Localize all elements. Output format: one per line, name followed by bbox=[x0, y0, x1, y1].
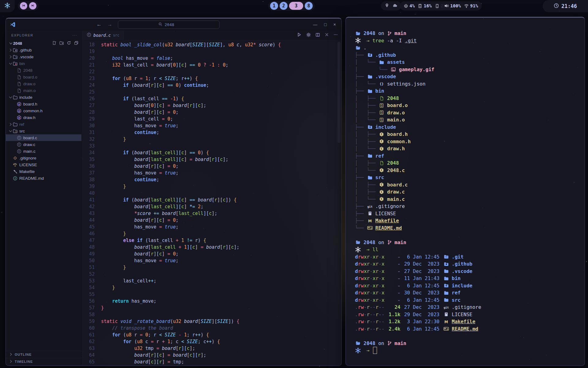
workspace-1[interactable]: 1 bbox=[270, 2, 278, 10]
code-line-54: 54 } bbox=[82, 284, 341, 291]
code-line-25: 25 bbox=[82, 89, 341, 95]
explorer-item-readme-md[interactable]: README.md bbox=[6, 175, 81, 182]
explorer-item-common-h[interactable]: Hcommon.h bbox=[6, 107, 81, 114]
explorer-item-bin[interactable]: bin bbox=[6, 60, 81, 67]
explorer-item-license[interactable]: LICENSE bbox=[6, 161, 81, 168]
root-folder-label: 2048 bbox=[13, 41, 22, 46]
circle-c-icon: C bbox=[17, 136, 21, 140]
file-label: draw.h bbox=[23, 115, 36, 120]
window-maximize-button[interactable]: □ bbox=[324, 22, 326, 27]
audio-network-widget[interactable]: 100% 91% bbox=[440, 1, 482, 10]
code-editor[interactable]: 18static bool _slide_col(u32 board[SIZE]… bbox=[82, 40, 341, 365]
tree-entry-draw-c: │ ├── Cdraw.c bbox=[355, 188, 585, 196]
timeline-section[interactable]: TIMELINE bbox=[6, 358, 81, 365]
code-text: for (u8 c = r + 1; c < SIZE; c++) { bbox=[101, 338, 220, 345]
explorer-item-board-h[interactable]: Hboard.h bbox=[6, 101, 81, 107]
explorer-item-makefile[interactable]: Makefile bbox=[6, 168, 81, 175]
line-number: 50 bbox=[82, 257, 95, 264]
run-button[interactable] bbox=[297, 32, 302, 38]
file-label: draw.c bbox=[23, 142, 35, 147]
command-center-search[interactable] bbox=[118, 21, 220, 29]
code-text: } bbox=[101, 136, 126, 143]
tree-entry-common-h: │ ├── Ccommon.h bbox=[355, 138, 585, 145]
tab-board-c[interactable]: C board.c src bbox=[82, 31, 124, 40]
explorer-item-ref[interactable]: ref bbox=[6, 121, 81, 128]
listing-row-include: drwxr-xr-x- 6 Jan 12:45include bbox=[355, 282, 585, 289]
explorer-item-main-o[interactable]: main.o bbox=[6, 87, 81, 94]
folder-open-blue-icon bbox=[355, 45, 361, 50]
split-editor-button[interactable] bbox=[315, 33, 320, 38]
explorer-more-button[interactable]: ··· bbox=[73, 33, 77, 37]
vscode-titlebar[interactable]: ← → — □ × bbox=[6, 18, 341, 31]
line-number: 27 bbox=[82, 102, 95, 109]
search-input[interactable] bbox=[164, 22, 179, 27]
terminal-window[interactable]: 2048 on main → tree -a -I .git.├── .gith… bbox=[345, 17, 585, 366]
explorer-item-board-o[interactable]: board.o bbox=[6, 74, 81, 80]
editor-more-actions-button[interactable] bbox=[334, 33, 338, 38]
workspace-2[interactable]: 2 bbox=[280, 2, 288, 10]
explorer-item--gitignore[interactable]: .gitignore bbox=[6, 155, 81, 161]
tree-entry-2048: │ ├── 2048 bbox=[355, 159, 585, 167]
binary-icon: 0110 bbox=[379, 103, 385, 108]
tree-entry-label: common.h bbox=[387, 139, 411, 144]
code-text: } bbox=[101, 305, 104, 311]
explorer-item-draw-h[interactable]: Hdraw.h bbox=[6, 114, 81, 121]
tree-entry-board-h: │ ├── Cboard.h bbox=[355, 131, 585, 138]
code-text: board[r][c] = 0; bbox=[101, 109, 179, 116]
nav-forward-button[interactable]: → bbox=[107, 21, 112, 28]
explorer-item--github[interactable]: .github bbox=[6, 47, 81, 53]
refresh-explorer-button[interactable] bbox=[67, 41, 71, 46]
new-folder-button[interactable] bbox=[59, 41, 64, 46]
svg-text:C: C bbox=[381, 147, 382, 150]
explorer-root-folder[interactable]: 2048 bbox=[6, 40, 81, 47]
tree-entry-label: src bbox=[375, 174, 384, 180]
explorer-item-board-c[interactable]: Cboard.c bbox=[6, 134, 81, 141]
line-number: 61 bbox=[82, 332, 95, 338]
line-number: 18 bbox=[82, 41, 95, 48]
code-text: board[last_cell][c] *= 2; bbox=[101, 203, 203, 210]
explorer-item--vscode[interactable]: .vscode bbox=[6, 53, 81, 60]
explorer-item-2048[interactable]: 2048 bbox=[6, 67, 81, 74]
code-text: has_move = true; bbox=[101, 122, 179, 129]
code-line-50: 50 has_move = true; bbox=[82, 257, 341, 264]
file-label: include bbox=[19, 95, 32, 100]
terminal-input-line: → bbox=[355, 347, 585, 354]
new-file-button[interactable] bbox=[52, 41, 56, 46]
clock-widget[interactable]: 21:46 bbox=[543, 0, 588, 12]
close-editor-button[interactable] bbox=[325, 33, 329, 38]
tree-entry-label: main.o bbox=[387, 117, 405, 123]
media-next-button[interactable] bbox=[29, 2, 36, 10]
explorer-item-src[interactable]: ()src bbox=[6, 128, 81, 134]
workspace-3-active[interactable]: 3 bbox=[289, 2, 303, 10]
explorer-item-draw-c[interactable]: Cdraw.c bbox=[6, 141, 81, 148]
collapse-folders-button[interactable] bbox=[74, 41, 78, 46]
workspace-8[interactable]: 8 bbox=[305, 2, 313, 10]
nix-launcher-button[interactable] bbox=[0, 0, 15, 12]
file-green-icon bbox=[379, 96, 385, 101]
image-icon bbox=[390, 67, 397, 72]
editor-scrollbar[interactable] bbox=[337, 42, 341, 143]
media-prev-button[interactable] bbox=[20, 2, 27, 10]
tree-entry--vscode: ├── .vscode bbox=[355, 73, 585, 80]
settings-gear-icon[interactable] bbox=[306, 33, 311, 38]
code-line-19: 19 bbox=[82, 48, 341, 55]
binary-icon: 0110 bbox=[379, 117, 385, 122]
tab-directory: src bbox=[113, 33, 119, 37]
svg-text:C: C bbox=[381, 133, 382, 136]
window-minimize-button[interactable]: — bbox=[313, 22, 317, 27]
explorer-item-include[interactable]: include bbox=[6, 94, 81, 101]
folder-blue-icon bbox=[367, 89, 373, 94]
nav-back-button[interactable]: ← bbox=[96, 21, 102, 28]
folder-blue-icon bbox=[367, 153, 373, 158]
weather-widget[interactable] bbox=[381, 1, 401, 10]
outline-section[interactable]: OUTLINE bbox=[6, 351, 81, 358]
explorer-item-draw-o[interactable]: draw.o bbox=[6, 80, 81, 87]
explorer-item-main-c[interactable]: Cmain.c bbox=[6, 148, 81, 155]
listing-filename: .gitignore bbox=[452, 304, 481, 310]
tree-entry-gameplay-gif: │ └── gameplay.gif bbox=[355, 66, 585, 73]
window-close-button[interactable]: × bbox=[334, 22, 336, 27]
code-line-28: 28 board[r][c] = 0; bbox=[82, 109, 341, 116]
nix-shell-snowflake-icon bbox=[355, 37, 361, 44]
svg-text:C: C bbox=[381, 183, 382, 186]
editor-tabbar: C board.c src bbox=[82, 31, 341, 40]
